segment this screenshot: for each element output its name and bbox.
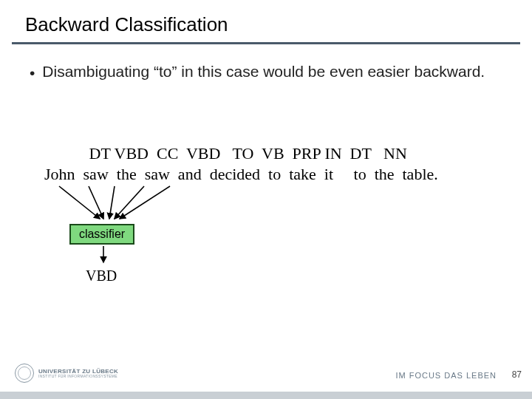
slogan: IM FOCUS DAS LEBEN bbox=[395, 371, 497, 380]
bullet-text: Disambiguating “to” in this case would b… bbox=[42, 62, 485, 81]
slide-title: Backward Classification bbox=[0, 0, 532, 42]
university-logo: UNIVERSITÄT ZU LÜBECK INSTITUT FÜR INFOR… bbox=[15, 364, 118, 383]
slide: Backward Classification • Disambiguating… bbox=[0, 0, 532, 399]
svg-line-2 bbox=[109, 186, 115, 219]
svg-line-4 bbox=[120, 186, 170, 219]
page-number: 87 bbox=[512, 369, 522, 380]
seal-icon bbox=[15, 364, 34, 383]
svg-line-1 bbox=[89, 186, 103, 219]
classifier-label: classifier bbox=[79, 228, 125, 241]
svg-line-0 bbox=[59, 186, 100, 219]
university-text: UNIVERSITÄT ZU LÜBECK INSTITUT FÜR INFOR… bbox=[38, 369, 118, 378]
bullet-dot-icon: • bbox=[30, 64, 35, 83]
word-row: John saw the saw and decided to take it … bbox=[44, 165, 438, 184]
pos-tag-row: DT VBD CC VBD TO VB PRP IN DT NN bbox=[44, 144, 438, 163]
uni-line2: INSTITUT FÜR INFORMATIONSSYSTEME bbox=[38, 375, 118, 378]
bullet-area: • Disambiguating “to” in this case would… bbox=[0, 44, 532, 83]
svg-line-3 bbox=[115, 186, 144, 219]
input-arrows bbox=[52, 185, 185, 222]
output-tag: VBD bbox=[86, 267, 117, 284]
footer: UNIVERSITÄT ZU LÜBECK INSTITUT FÜR INFOR… bbox=[0, 369, 532, 399]
output-arrow bbox=[96, 246, 111, 267]
bullet-item: • Disambiguating “to” in this case would… bbox=[30, 62, 495, 83]
classifier-box: classifier bbox=[69, 224, 134, 245]
tagged-sentence: DT VBD CC VBD TO VB PRP IN DT NN John sa… bbox=[44, 144, 438, 184]
